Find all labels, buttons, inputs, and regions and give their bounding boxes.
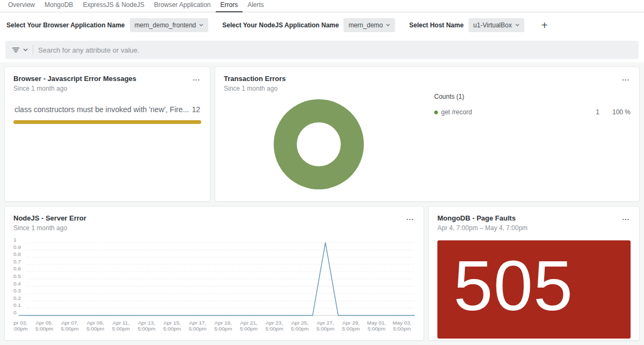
- legend-name: get /record: [441, 108, 581, 116]
- filter-nodejs-app-label: Select Your NodeJS Application Name: [222, 21, 339, 29]
- svg-text:5:00pm: 5:00pm: [393, 326, 411, 332]
- svg-text:5:00pm: 5:00pm: [342, 326, 360, 332]
- line-chart[interactable]: 10.90.80.70.60.50.40.30.20.10Apr 03,5:00…: [13, 237, 415, 336]
- svg-text:Apr 07,: Apr 07,: [61, 320, 78, 326]
- filter-browser-app: Select Your Browser Application Name mer…: [6, 18, 208, 32]
- svg-text:Apr 29,: Apr 29,: [342, 320, 360, 326]
- billboard-value: 505: [453, 248, 631, 325]
- tab-browser-application[interactable]: Browser Application: [149, 0, 215, 12]
- svg-text:0.9: 0.9: [13, 244, 21, 250]
- chevron-down-icon: [199, 24, 203, 26]
- panel-grid: Browser - Javascript Error Messages Sinc…: [0, 62, 644, 345]
- svg-text:Apr 11,: Apr 11,: [113, 320, 129, 326]
- svg-text:Apr 25,: Apr 25,: [291, 320, 309, 326]
- svg-text:Apr 05,: Apr 05,: [35, 320, 53, 326]
- legend-name: Transaction Errors: [20, 339, 69, 341]
- svg-text:0.6: 0.6: [13, 266, 21, 271]
- panel-browser-js-error-messages: Browser - Javascript Error Messages Sinc…: [4, 67, 210, 202]
- svg-text:Apr 19,: Apr 19,: [215, 320, 232, 326]
- svg-text:0: 0: [13, 310, 17, 315]
- svg-text:May 01,: May 01,: [367, 320, 386, 326]
- donut-legend: Counts (1) get /record 1 100 %: [434, 93, 631, 116]
- filter-nodejs-app-value: mern_demo: [348, 21, 383, 29]
- svg-text:Apr 03,: Apr 03,: [13, 320, 27, 326]
- filter-menu-button[interactable]: [12, 47, 28, 53]
- filter-host: Select Host Name u1-VirtualBox: [409, 18, 524, 32]
- filter-host-value: u1-VirtualBox: [473, 21, 512, 29]
- panel-menu-button[interactable]: ...: [621, 75, 631, 82]
- panel-menu-button[interactable]: ...: [192, 75, 201, 82]
- svg-text:0.2: 0.2: [13, 295, 21, 301]
- svg-text:5:00pm: 5:00pm: [317, 326, 334, 332]
- svg-text:5:00pm: 5:00pm: [291, 326, 309, 332]
- dashboard-page: Overview MongoDB ExpressJS & NodeJS Brow…: [0, 0, 644, 345]
- panel-menu-button[interactable]: ...: [405, 214, 415, 222]
- svg-text:5:00pm: 5:00pm: [61, 326, 79, 332]
- search-bar[interactable]: [5, 41, 639, 59]
- filter-lines-icon: [12, 47, 20, 53]
- tab-mongodb[interactable]: MongoDB: [40, 0, 78, 12]
- chevron-down-icon: [386, 24, 390, 26]
- divider: [33, 45, 33, 55]
- filter-host-label: Select Host Name: [409, 21, 463, 29]
- svg-text:Apr 27,: Apr 27,: [317, 320, 334, 326]
- tab-expressjs-nodejs[interactable]: ExpressJS & NodeJS: [78, 0, 149, 12]
- svg-text:Apr 17,: Apr 17,: [189, 320, 206, 326]
- error-count-bar: [13, 120, 201, 124]
- tab-alerts[interactable]: Alerts: [243, 0, 269, 12]
- svg-text:5:00pm: 5:00pm: [240, 326, 258, 332]
- error-message-text: class constructors must be invoked with …: [14, 105, 189, 114]
- panel-subtitle: Apr 4, 7:00pm – May 4, 7:00pm: [437, 224, 528, 232]
- svg-text:5:00pm: 5:00pm: [86, 326, 104, 332]
- tab-errors[interactable]: Errors: [216, 0, 243, 12]
- filter-host-dropdown[interactable]: u1-VirtualBox: [469, 18, 524, 32]
- donut-chart[interactable]: [274, 99, 364, 189]
- panel-subtitle: Since 1 month ago: [224, 85, 286, 92]
- legend-dot-icon: [13, 341, 17, 341]
- search-section: [0, 38, 644, 62]
- filter-browser-app-dropdown[interactable]: mern_demo_frontend: [130, 18, 209, 32]
- svg-text:0.4: 0.4: [13, 281, 21, 287]
- error-message-row[interactable]: class constructors must be invoked with …: [13, 105, 201, 114]
- legend-item-get-record[interactable]: get /record 1 100 %: [434, 108, 631, 116]
- filter-browser-app-label: Select Your Browser Application Name: [6, 21, 125, 29]
- panel-title: Transaction Errors: [224, 75, 286, 83]
- chevron-down-icon: [23, 48, 28, 52]
- svg-text:0.3: 0.3: [13, 288, 21, 293]
- donut-hole: [297, 122, 341, 166]
- svg-text:5:00pm: 5:00pm: [163, 326, 181, 332]
- panel-subtitle: Since 1 month ago: [13, 85, 136, 92]
- svg-text:0.5: 0.5: [13, 273, 21, 279]
- svg-text:5:00pm: 5:00pm: [112, 326, 130, 332]
- svg-text:5:00pm: 5:00pm: [13, 326, 28, 332]
- svg-text:0.1: 0.1: [13, 302, 21, 308]
- panel-menu-button[interactable]: ...: [621, 214, 631, 222]
- svg-text:Apr 23,: Apr 23,: [266, 320, 283, 326]
- add-filter-button[interactable]: +: [538, 20, 551, 31]
- panel-transaction-errors: Transaction Errors Since 1 month ago ...…: [215, 67, 640, 202]
- filter-nodejs-app-dropdown[interactable]: mern_demo: [343, 18, 395, 32]
- legend-title: Counts (1): [434, 93, 631, 100]
- search-input[interactable]: [38, 46, 632, 54]
- svg-text:Apr 15,: Apr 15,: [164, 320, 181, 326]
- chevron-down-icon: [515, 24, 519, 26]
- legend-dot-icon: [434, 111, 438, 114]
- panel-subtitle: Since 1 month ago: [13, 224, 86, 232]
- svg-text:5:00pm: 5:00pm: [214, 326, 232, 332]
- svg-text:5:00pm: 5:00pm: [35, 326, 53, 332]
- filter-bar: Select Your Browser Application Name mer…: [0, 12, 644, 38]
- svg-text:1: 1: [13, 237, 17, 243]
- tab-overview[interactable]: Overview: [3, 0, 40, 12]
- svg-text:5:00pm: 5:00pm: [137, 326, 155, 332]
- legend-count: 1: [581, 108, 599, 116]
- panel-title: Browser - Javascript Error Messages: [13, 75, 136, 83]
- svg-text:Apr 13,: Apr 13,: [138, 320, 155, 326]
- line-chart-legend-item[interactable]: Transaction Errors: [13, 339, 415, 341]
- panel-nodejs-server-error: NodeJS - Server Error Since 1 month ago …: [4, 206, 424, 341]
- panel-title: NodeJS - Server Error: [13, 214, 86, 222]
- billboard-status: 505: [437, 240, 631, 339]
- svg-text:0.8: 0.8: [13, 251, 21, 257]
- error-message-count: 12: [192, 105, 200, 114]
- svg-text:Apr 21,: Apr 21,: [240, 320, 257, 326]
- svg-text:5:00pm: 5:00pm: [189, 326, 207, 332]
